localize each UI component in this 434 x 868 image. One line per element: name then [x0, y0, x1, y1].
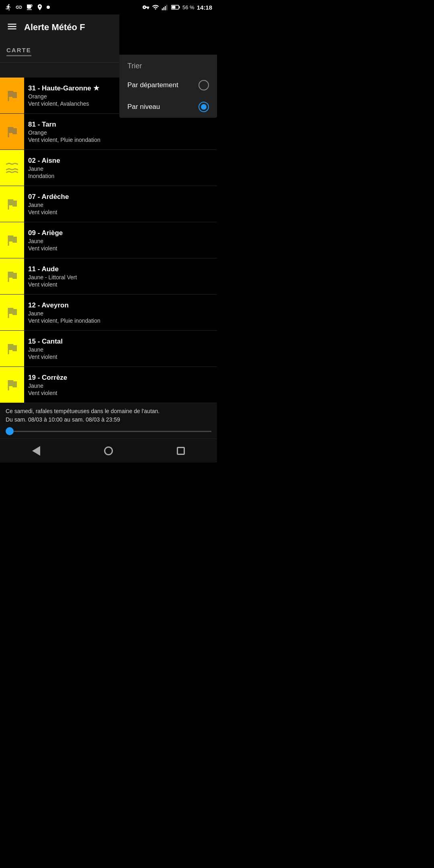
alert-dept-name: 12 - Aveyron — [28, 301, 213, 309]
status-right-icons: 56 % 14:18 — [142, 4, 212, 11]
battery-percent: 56 % — [182, 4, 194, 10]
status-bar: 56 % 14:18 — [0, 0, 217, 14]
alert-color-bar — [0, 258, 24, 294]
flag-icon — [5, 233, 19, 248]
alert-content: 11 - AudeJaune - Littoral VertVent viole… — [24, 258, 217, 294]
key-icon — [142, 4, 149, 11]
alert-item[interactable]: 19 - CorrèzeJauneVent violent — [0, 367, 217, 403]
slider-track — [14, 431, 211, 432]
alert-dept-name: 07 - Ardèche — [28, 193, 213, 201]
link-icon — [15, 4, 23, 11]
walk-icon — [5, 4, 12, 11]
alert-type: Vent violent, Pluie inondation — [28, 317, 213, 324]
sort-by-level[interactable]: Par niveau — [119, 96, 217, 118]
svg-rect-3 — [166, 5, 167, 10]
alert-color-bar — [0, 331, 24, 366]
nav-bar — [0, 438, 217, 463]
alert-type: Inondation — [28, 173, 213, 179]
wifi-icon — [152, 4, 159, 11]
home-icon — [104, 446, 113, 455]
svg-rect-6 — [172, 6, 175, 9]
flag-icon — [5, 125, 19, 139]
alert-item[interactable]: 81 - TarnOrangeVent violent, Pluie inond… — [0, 114, 217, 150]
alert-type: Vent violent — [28, 245, 213, 252]
recent-button[interactable] — [171, 441, 191, 461]
sort-dept-label: Par département — [127, 81, 178, 89]
alert-level: Jaune — [28, 166, 213, 172]
food-icon — [26, 4, 33, 11]
alert-level: Jaune — [28, 202, 213, 208]
back-button[interactable] — [26, 441, 46, 461]
svg-rect-1 — [163, 7, 164, 10]
alert-item[interactable]: 15 - CantalJauneVent violent — [0, 331, 217, 367]
battery-icon — [171, 5, 180, 10]
alert-type: Vent violent — [28, 390, 213, 396]
alert-color-bar — [0, 150, 24, 186]
flag-icon — [5, 378, 19, 392]
alert-content: 02 - AisneJauneInondation — [24, 150, 217, 186]
flag-icon — [5, 342, 19, 356]
wave-icon — [5, 161, 19, 175]
sort-dropdown[interactable]: Trier Par département Par niveau — [119, 55, 217, 118]
alert-content: 07 - ArdècheJauneVent violent — [24, 186, 217, 222]
sort-dept-radio[interactable] — [199, 80, 209, 90]
flag-icon — [5, 197, 19, 211]
recent-icon — [177, 447, 185, 455]
alert-item[interactable]: 07 - ArdècheJauneVent violent — [0, 186, 217, 222]
dot-icon — [47, 6, 50, 9]
alert-dept-name: 02 - Aisne — [28, 157, 213, 165]
alert-dept-name: 19 - Corrèze — [28, 374, 213, 382]
home-button[interactable] — [98, 441, 119, 461]
svg-rect-0 — [162, 8, 163, 10]
dropdown-title: Trier — [119, 55, 217, 74]
alert-type: Vent violent, Pluie inondation — [28, 137, 213, 143]
alert-type: Vent violent — [28, 281, 213, 288]
flag-icon — [5, 88, 19, 103]
sort-level-label: Par niveau — [127, 103, 160, 111]
alert-level: Orange — [28, 129, 213, 136]
alert-color-bar — [0, 222, 24, 258]
alert-level: Jaune - Littoral Vert — [28, 274, 213, 280]
alert-dept-name: 11 - Aude — [28, 265, 213, 273]
bottom-line2: Du sam. 08/03 à 10:00 au sam. 08/03 à 23… — [6, 416, 211, 424]
sort-level-radio[interactable] — [199, 102, 209, 112]
alert-color-bar — [0, 295, 24, 330]
alert-content: 15 - CantalJauneVent violent — [24, 331, 217, 366]
alert-item[interactable]: 02 - AisneJauneInondation — [0, 150, 217, 186]
alert-content: 09 - AriègeJauneVent violent — [24, 222, 217, 258]
alert-level: Jaune — [28, 238, 213, 244]
alert-item[interactable]: 11 - AudeJaune - Littoral VertVent viole… — [0, 258, 217, 295]
alert-content: 12 - AveyronJauneVent violent, Pluie ino… — [24, 295, 217, 330]
signal-icon — [162, 4, 169, 11]
bottom-info: Ce samedi, rafales tempétueuses dans le … — [0, 403, 217, 438]
alert-color-bar — [0, 114, 24, 149]
sort-by-dept[interactable]: Par département — [119, 74, 217, 96]
tab-carte[interactable]: CARTE — [6, 47, 31, 56]
svg-rect-2 — [165, 6, 166, 10]
slider-handle[interactable] — [6, 427, 14, 435]
alert-content: 81 - TarnOrangeVent violent, Pluie inond… — [24, 114, 217, 149]
alert-level: Jaune — [28, 346, 213, 353]
time-display: 14:18 — [197, 4, 212, 11]
svg-rect-5 — [179, 6, 180, 8]
alert-color-bar — [0, 78, 24, 113]
status-left-icons — [5, 4, 50, 11]
toolbar: Alerte Météo F — [0, 14, 119, 40]
alert-color-bar — [0, 367, 24, 403]
bottom-slider[interactable] — [6, 427, 211, 435]
alert-color-bar — [0, 186, 24, 222]
menu-button[interactable] — [6, 21, 18, 34]
alert-item[interactable]: 12 - AveyronJauneVent violent, Pluie ino… — [0, 295, 217, 331]
alert-type: Vent violent — [28, 209, 213, 215]
alert-item[interactable]: 09 - AriègeJauneVent violent — [0, 222, 217, 258]
bottom-line1: Ce samedi, rafales tempétueuses dans le … — [6, 407, 211, 416]
flag-icon — [5, 269, 19, 284]
header-row: Alerte Météo F CARTE Trier Par départeme… — [0, 14, 217, 78]
alert-level: Jaune — [28, 383, 213, 389]
back-icon — [32, 446, 40, 456]
flag-icon — [5, 305, 19, 320]
app-title: Alerte Météo F — [24, 22, 113, 33]
location-icon — [36, 4, 43, 11]
alert-dept-name: 15 - Cantal — [28, 338, 213, 346]
alert-dept-name: 09 - Ariège — [28, 229, 213, 237]
